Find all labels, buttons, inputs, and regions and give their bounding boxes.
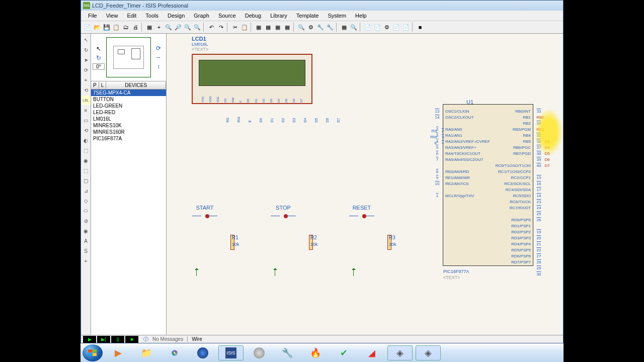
mode-tool-1[interactable]: ↻ [82, 45, 91, 54]
toolbar-btn-34[interactable]: 📄 [373, 23, 382, 32]
toolbar-btn-23[interactable]: ▦ [283, 23, 292, 32]
mode-tool-19[interactable]: ◉ [82, 226, 91, 235]
menu-help[interactable]: Help [351, 12, 371, 20]
toolbar-btn-39[interactable]: ■ [416, 23, 425, 32]
mode-tool-0[interactable]: ↖ [82, 35, 91, 44]
play-button[interactable]: ▶ [83, 336, 96, 343]
button-circuit-reset[interactable]: RESET R310k [327, 205, 397, 280]
toolbar-btn-30[interactable]: ▦ [340, 23, 349, 32]
mode-tool-13[interactable]: ⬚ [82, 166, 91, 175]
mode-tool-12[interactable]: ◉ [82, 156, 91, 165]
rotate-cw-icon[interactable]: ↻ [96, 54, 101, 61]
button-circuit-start[interactable]: START R110k [170, 205, 240, 280]
toolbar-btn-31[interactable]: 🔍 [349, 23, 358, 32]
toolbar-btn-3[interactable]: 📋 [112, 23, 121, 32]
mode-tool-22[interactable]: + [82, 256, 91, 265]
mode-tool-17[interactable]: ⬭ [82, 206, 91, 215]
mode-tool-5[interactable]: ⟲ [82, 85, 91, 95]
menu-file[interactable]: File [84, 12, 101, 20]
menu-source[interactable]: Source [214, 12, 240, 20]
device-item[interactable]: MINRES160R [91, 129, 166, 135]
explorer-icon[interactable]: 📁 [134, 345, 159, 360]
app-icon-diamond1[interactable]: ◈ [387, 345, 413, 360]
app-icon-diamond2[interactable]: ◈ [416, 345, 441, 360]
toolbar-btn-35[interactable]: ⚙ [382, 23, 391, 32]
toolbar-btn-21[interactable]: ▦ [264, 23, 273, 32]
toolbar-btn-12[interactable]: 🔍 [193, 23, 202, 32]
mode-tool-14[interactable]: ▢ [82, 176, 91, 185]
flip-v-icon[interactable]: ↕ [157, 63, 160, 70]
lcd-component[interactable]: LCD1 LM016L <TEXT> VSSVDDVEERSRWED0D1D2D… [192, 36, 312, 104]
toolbar-btn-9[interactable]: 🔍 [164, 23, 173, 32]
menu-edit[interactable]: Edit [123, 12, 140, 20]
toolbar-btn-5[interactable]: 🖨 [131, 23, 140, 32]
chrome-icon[interactable] [162, 345, 187, 360]
device-item[interactable]: LED-GREEN [91, 103, 166, 109]
app-icon-check[interactable]: ✔ [331, 345, 356, 360]
start-button[interactable] [83, 344, 103, 361]
resistor[interactable]: R310k [382, 235, 397, 250]
mode-tool-18[interactable]: ⊘ [82, 216, 91, 225]
toolbar-btn-20[interactable]: ▦ [254, 23, 263, 32]
toolbar-btn-10[interactable]: 🔎 [174, 23, 183, 32]
toolbar-btn-26[interactable]: ⚙ [306, 23, 315, 32]
toolbar-btn-22[interactable]: ▦ [273, 23, 282, 32]
flip-h-icon[interactable]: ↔ [155, 54, 162, 61]
resistor[interactable]: R210k [303, 235, 318, 250]
windows-taskbar[interactable]: ▶ 📁 ISIS 🔧 🔥 ✔ ◢ ◈ ◈ [80, 343, 564, 362]
pause-button[interactable]: || [111, 336, 124, 343]
device-item[interactable]: PIC16F877A [91, 135, 166, 142]
mode-tool-11[interactable]: ⬚ [82, 146, 91, 155]
menu-tools[interactable]: Tools [141, 12, 163, 20]
mode-tool-8[interactable]: ▭ [82, 116, 91, 125]
toolbar-btn-37[interactable]: 📄 [401, 23, 411, 32]
menu-debug[interactable]: Debug [241, 12, 265, 20]
toolbar-btn-8[interactable]: + [154, 23, 164, 32]
device-item[interactable]: 7SEG-MPX4-CA [91, 89, 166, 96]
switch-symbol[interactable] [271, 213, 296, 220]
stop-button[interactable]: ■ [125, 336, 138, 343]
toolbar-btn-11[interactable]: 🔍 [183, 23, 192, 32]
menu-library[interactable]: Library [266, 12, 291, 20]
mode-tool-20[interactable]: A [82, 236, 91, 245]
switch-symbol[interactable] [192, 213, 217, 220]
refresh-icon[interactable]: ⟳ [156, 45, 161, 52]
mode-tool-21[interactable]: S [82, 246, 91, 255]
schematic-canvas[interactable]: LCD1 LM016L <TEXT> VSSVDDVEERSRWED0D1D2D… [167, 34, 563, 335]
toolbar-btn-0[interactable]: 📄 [83, 23, 92, 32]
mode-tool-6[interactable]: LBL [82, 96, 91, 105]
button-circuit-stop[interactable]: STOP R210k [248, 205, 318, 280]
toolbar-btn-1[interactable]: 📂 [93, 23, 102, 32]
app-icon-red[interactable]: ◢ [359, 345, 384, 360]
mode-tool-3[interactable]: ⟳ [82, 65, 91, 74]
device-item[interactable]: LED-RED [91, 109, 166, 116]
media-player-icon[interactable]: ▶ [106, 345, 131, 360]
mode-tool-4[interactable]: + [82, 75, 91, 84]
rotation-input[interactable] [93, 63, 105, 70]
toolbar-btn-25[interactable]: 🔍 [297, 23, 306, 32]
toolbar-btn-14[interactable]: ↶ [207, 23, 216, 32]
menu-template[interactable]: Template [292, 12, 323, 20]
toolbar-btn-36[interactable]: 📄 [392, 23, 401, 32]
app-icon-blue[interactable] [190, 345, 215, 360]
mcu-body[interactable]: 131423456789101 OSC1/CLKINOSC2/CLKOUT RA… [443, 104, 533, 266]
menu-graph[interactable]: Graph [190, 12, 213, 20]
toolbar-btn-28[interactable]: 🔧 [326, 23, 335, 32]
arrow-cursor-icon[interactable]: ↖ [96, 45, 101, 52]
device-item[interactable]: BUTTON [91, 96, 166, 103]
toolbar-btn-27[interactable]: 🔧 [316, 23, 325, 32]
step-button[interactable]: ▶| [97, 336, 110, 343]
mode-tool-7[interactable]: ≡ [82, 106, 91, 115]
isis-taskbar-icon[interactable]: ISIS [218, 345, 244, 360]
menu-view[interactable]: View [102, 12, 122, 20]
device-list[interactable]: 7SEG-MPX4-CABUTTONLED-GREENLED-REDLM016L… [91, 89, 166, 335]
pick-button[interactable]: P [91, 82, 99, 88]
toolbar-btn-17[interactable]: ✂ [230, 23, 239, 32]
toolbar-btn-33[interactable]: 📄 [363, 23, 372, 32]
app-icon-flame[interactable]: 🔥 [303, 345, 328, 360]
resistor[interactable]: R110k [225, 235, 240, 250]
lcd-body[interactable]: VSSVDDVEERSRWED0D1D2D3D4D5D6D7 [192, 54, 312, 104]
app-icon-gray[interactable] [247, 345, 272, 360]
overview-thumbnail[interactable] [106, 37, 151, 77]
device-item[interactable]: LM016L [91, 116, 166, 122]
